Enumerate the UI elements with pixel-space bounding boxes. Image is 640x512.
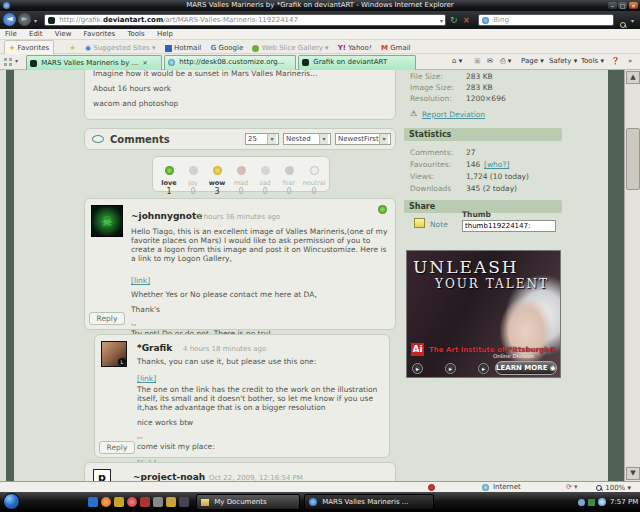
- address-bar[interactable]: http://grafik.deviantart.com/art/MARS-Va…: [44, 14, 446, 26]
- reply-button[interactable]: Reply: [99, 441, 135, 454]
- avatar-grafik[interactable]: L: [101, 341, 127, 367]
- scroll-up-button[interactable]: ▲: [626, 71, 640, 84]
- menu-edit[interactable]: Edit: [29, 30, 43, 38]
- favbar-gmail[interactable]: M Gmail: [381, 41, 411, 55]
- tools-menu-button[interactable]: Tools ▾: [581, 54, 604, 69]
- favbar-hotmail[interactable]: Hotmail: [165, 41, 202, 55]
- comment-paragraph: Thanks, you can use it, but please use t…: [137, 357, 383, 366]
- emotion-fear[interactable]: fear 0: [277, 160, 301, 196]
- sad-emote-icon: [261, 166, 270, 175]
- comment-link[interactable]: [link]: [137, 374, 156, 383]
- stats-favourites-who-link[interactable]: [who?]: [484, 160, 509, 169]
- quick-launch-firefox-icon[interactable]: [101, 497, 111, 507]
- address-dropdown-icon[interactable]: ▾: [440, 16, 443, 26]
- refresh-button[interactable]: ↻: [450, 15, 458, 25]
- emotion-wow[interactable]: wow 3: [205, 160, 229, 196]
- stop-button[interactable]: ×: [463, 16, 470, 25]
- learn-more-button[interactable]: LEARN MORE ◉: [495, 361, 557, 375]
- close-button[interactable]: ×: [629, 2, 638, 9]
- emotion-label: mad: [229, 179, 253, 187]
- help-button[interactable]: ❓: [611, 54, 620, 69]
- vertical-scrollbar[interactable]: ▲ ▼: [624, 70, 640, 481]
- add-favorite-star-icon[interactable]: ★: [69, 41, 75, 55]
- quick-launch-icon-5[interactable]: [140, 497, 150, 507]
- recent-pages-dropdown[interactable]: ▾: [34, 17, 37, 24]
- ad-play-button-2[interactable]: ▸: [445, 363, 456, 374]
- forward-button[interactable]: ►: [18, 13, 31, 26]
- quick-tabs-button[interactable]: [4, 58, 12, 66]
- taskbar-clock[interactable]: 7:57 PM: [610, 495, 638, 509]
- per-page-select[interactable]: 25▾: [245, 133, 279, 145]
- minimize-button[interactable]: –: [608, 2, 617, 9]
- tab-grafik[interactable]: Grafik on deviantART: [298, 55, 416, 70]
- tray-update-icon[interactable]: [588, 499, 595, 506]
- stats-downloads-label: Downloads: [410, 184, 451, 193]
- chevron-down-icon: ▾: [379, 134, 388, 144]
- quick-launch-ie-icon[interactable]: [88, 497, 98, 507]
- favbar-google[interactable]: G Google: [211, 41, 244, 55]
- quick-launch-opera-icon[interactable]: [127, 497, 137, 507]
- favbar-web-slice[interactable]: Web Slice Gallery ▾: [252, 41, 328, 55]
- home-button[interactable]: ⌂ ▾: [452, 54, 462, 69]
- feed-button[interactable]: ▣: [474, 54, 481, 69]
- emotion-sad[interactable]: sad 0: [253, 160, 277, 196]
- avatar-johnnygnote[interactable]: ☠: [91, 205, 123, 237]
- safety-menu-button[interactable]: Safety ▾: [549, 54, 577, 69]
- emotion-joy[interactable]: joy 0: [181, 160, 205, 196]
- tab-close-icon[interactable]: ✕: [143, 59, 148, 66]
- ad-banner[interactable]: UNLEASH YOUR TALENT Ai The Art Institute…: [406, 250, 561, 378]
- sort-order-select[interactable]: NewestFirst▾: [335, 133, 391, 145]
- quick-launch-icon-6[interactable]: [153, 497, 163, 507]
- page-menu-button[interactable]: Page ▾: [521, 54, 544, 69]
- favbar-yahoo[interactable]: Y! Yahoo!: [338, 41, 372, 55]
- quick-launch-folder-icon[interactable]: [166, 497, 176, 507]
- protected-mode-icon[interactable]: ⟳ ▾: [566, 482, 578, 492]
- thumb-code-input[interactable]: [462, 220, 556, 232]
- menu-view[interactable]: View: [55, 30, 72, 38]
- note-link[interactable]: Note: [430, 220, 448, 229]
- print-button[interactable]: ⎙ ▾: [500, 54, 511, 69]
- read-mail-button[interactable]: ✉: [487, 54, 493, 69]
- scroll-down-button[interactable]: ▼: [626, 467, 640, 480]
- reply-button[interactable]: Reply: [89, 312, 125, 325]
- ad-division: Online Division: [493, 353, 534, 359]
- quick-launch-display-icon[interactable]: [179, 497, 189, 507]
- comment-link[interactable]: [link]: [131, 276, 150, 285]
- tray-messenger-icon[interactable]: [598, 498, 606, 506]
- tray-network-icon[interactable]: [578, 499, 585, 506]
- comment-username[interactable]: *Grafik: [137, 343, 172, 353]
- comment-username[interactable]: ~johnnygnote: [131, 211, 202, 221]
- ad-play-button-1[interactable]: ▸: [412, 363, 423, 374]
- avatar-project-noah[interactable]: p: [93, 469, 111, 481]
- maximize-button[interactable]: ▢: [618, 2, 627, 9]
- view-mode-select[interactable]: Nested▾: [283, 133, 331, 145]
- report-deviation-link[interactable]: Report Deviation: [422, 110, 485, 119]
- art-institute-logo-icon: Ai: [411, 343, 424, 356]
- search-input[interactable]: Bing: [478, 14, 614, 26]
- quick-launch-icon-3[interactable]: [114, 497, 124, 507]
- emotion-count: 0: [181, 187, 205, 196]
- ad-play-button-3[interactable]: ▸: [478, 363, 489, 374]
- start-button[interactable]: [3, 493, 20, 510]
- tab-customize-org[interactable]: http://desk08.customize.org...: [164, 55, 296, 70]
- command-bar-overflow-icon[interactable]: »: [628, 54, 632, 69]
- emotion-mad[interactable]: mad 0: [229, 160, 253, 196]
- emotion-neutral[interactable]: neutral 0: [301, 160, 327, 196]
- description-line: Imagine how it would be a sunset in Mars…: [93, 70, 387, 78]
- search-placeholder: Bing: [493, 16, 509, 24]
- tab-mars-valles[interactable]: MARS Valles Marineris by ... ✕: [26, 55, 162, 70]
- menu-file[interactable]: File: [5, 30, 17, 38]
- comment-username[interactable]: ~project-noah: [133, 472, 205, 481]
- menu-tools[interactable]: Tools: [127, 30, 144, 38]
- favbar-suggested-sites[interactable]: ◉ Suggested Sites ▾: [85, 41, 156, 55]
- menu-favorites[interactable]: Favorites: [84, 30, 116, 38]
- back-button[interactable]: ◄: [3, 13, 16, 26]
- taskbar-button-my-documents[interactable]: My Documents: [196, 494, 300, 510]
- scrollbar-thumb[interactable]: [626, 128, 640, 190]
- emotion-love[interactable]: love 1: [157, 160, 181, 196]
- taskbar-button-mars-valles[interactable]: MARS Valles Marineris ...: [304, 494, 434, 510]
- menu-help[interactable]: Help: [157, 30, 173, 38]
- search-options-dropdown[interactable]: ▾: [631, 17, 634, 24]
- tab-list-dropdown[interactable]: ▾: [15, 57, 18, 64]
- resolution-value: 1200×696: [466, 94, 506, 103]
